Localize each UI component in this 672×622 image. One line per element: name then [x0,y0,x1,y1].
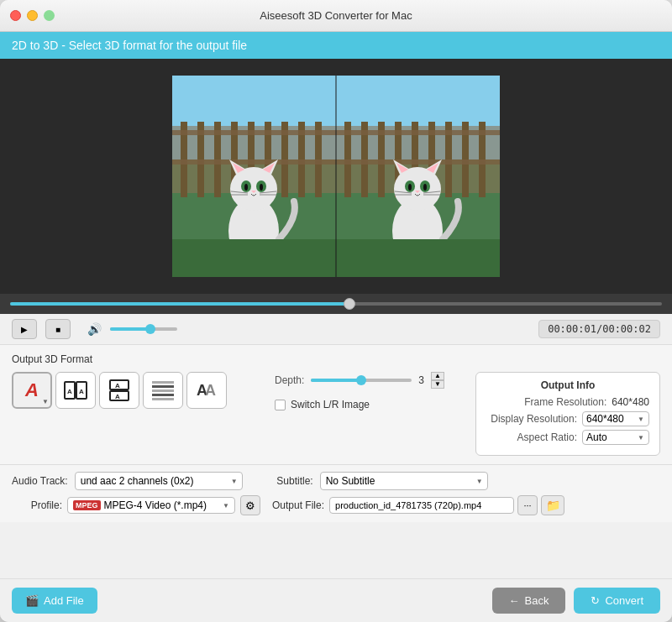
seek-fill [10,302,349,306]
bottom-fields: Audio Track: und aac 2 channels (0x2) Su… [0,464,672,522]
svg-rect-72 [152,385,174,388]
audio-track-row: Audio Track: und aac 2 channels (0x2) Su… [12,472,660,490]
close-button[interactable] [10,10,21,21]
aspect-ratio-select[interactable]: Auto 4:3 16:9 [582,430,649,445]
action-bar: 🎬 Add File ← Back ↻ Convert [0,578,672,622]
output-info-title: Output Info [486,379,649,391]
add-file-icon: 🎬 [25,594,39,607]
aspect-ratio-label: Aspect Ratio: [517,431,577,443]
svg-text:A: A [67,388,72,395]
format-icons-row: A ▼ A A [12,372,227,409]
main-window: Aiseesoft 3D Converter for Mac 2D to 3D … [0,0,672,622]
play-button[interactable]: ▶ [12,319,37,339]
volume-icon: 🔊 [87,322,102,336]
svg-rect-15 [172,159,336,165]
depth-spinner[interactable]: ▲ ▼ [431,372,444,389]
display-resolution-select[interactable]: 640*480 1280*720 1920*1080 [582,411,649,426]
display-resolution-wrapper: 640*480 1280*720 1920*1080 [582,411,649,426]
depth-track[interactable] [311,379,412,382]
svg-text:A: A [205,382,216,399]
frame-resolution-label: Frame Resolution: [524,396,606,408]
depth-row: Depth: 3 ▲ ▼ [275,372,444,389]
back-button[interactable]: ← Back [492,588,566,614]
subtitle-wrapper: No Subtitle [320,472,488,490]
format-section-label: Output 3D Format [12,353,660,365]
svg-rect-45 [336,159,500,165]
window-title: Aiseesoft 3D Converter for Mac [260,9,412,22]
audio-track-select[interactable]: und aac 2 channels (0x2) [75,472,243,490]
format-left-col: A ▼ A A [12,372,227,409]
profile-value: MPEG-4 Video (*.mp4) [104,499,207,511]
profile-settings-btn[interactable]: ⚙ [240,495,260,515]
svg-point-24 [244,184,248,191]
depth-fill [311,379,361,382]
volume-track[interactable] [110,327,177,331]
profile-label: Profile: [12,499,62,511]
output-file-ellipsis-btn[interactable]: ··· [517,495,538,515]
column-interleaved-icon: A A [194,379,219,402]
column-interleaved-btn[interactable]: A A [186,372,227,409]
display-resolution-row: Display Resolution: 640*480 1280*720 192… [486,411,649,426]
depth-value: 3 [418,374,424,386]
depth-up-btn[interactable]: ▲ [431,372,444,380]
frame-resolution-value: 640*480 [612,396,649,408]
side-by-side-icon: A A [63,379,88,402]
right-buttons: ← Back ↻ Convert [492,588,660,614]
output-file-folder-btn[interactable]: 📁 [541,495,564,515]
side-by-side-btn[interactable]: A A [55,372,96,409]
output-file-label: Output File: [272,499,324,511]
stop-button[interactable]: ■ [45,319,71,339]
convert-icon: ↻ [591,594,600,607]
depth-switch-col: Depth: 3 ▲ ▼ Switch L/R Image [275,372,444,410]
subtitle-select[interactable]: No Subtitle [320,472,488,490]
time-display: 00:00:01/00:00:02 [538,320,660,338]
add-file-label: Add File [44,594,84,607]
display-resolution-label: Display Resolution: [491,413,577,425]
audio-track-wrapper: und aac 2 channels (0x2) [75,472,243,490]
video-preview [172,76,500,277]
svg-rect-61 [336,239,500,277]
interleaved-icon [150,379,176,402]
switch-lr-label: Switch L/R Image [291,399,370,410]
format-depth-area: A ▼ A A [12,372,660,456]
back-icon: ← [509,594,520,607]
svg-rect-44 [336,130,500,135]
switch-lr-row: Switch L/R Image [275,399,444,410]
back-label: Back [525,594,549,607]
svg-rect-14 [172,130,336,135]
format-section: Output 3D Format A ▼ A A [0,345,672,464]
interleaved-btn[interactable] [143,372,183,409]
profile-dropdown-arrow: ▼ [223,502,229,510]
anaglyph-icon: A [25,379,39,401]
top-bottom-icon: A A [107,379,132,402]
svg-rect-31 [172,239,336,277]
aspect-ratio-row: Aspect Ratio: Auto 4:3 16:9 [486,430,649,445]
output-info-box: Output Info Frame Resolution: 640*480 Di… [475,372,660,456]
depth-thumb[interactable] [356,375,366,385]
maximize-button[interactable] [44,10,55,21]
output-file-value: production_id_4781735 (720p).mp4 [329,497,514,514]
anaglyph-dropdown-arrow: ▼ [42,398,49,405]
svg-point-54 [408,184,412,191]
video-area [0,59,672,294]
profile-row: Profile: MPEG MPEG-4 Video (*.mp4) ▼ ⚙ O… [12,495,660,515]
seek-track[interactable] [10,302,662,306]
svg-point-55 [423,184,427,191]
convert-label: Convert [605,594,643,607]
title-bar: Aiseesoft 3D Converter for Mac [0,0,672,32]
convert-button[interactable]: ↻ Convert [574,588,660,614]
svg-point-25 [260,184,263,191]
depth-down-btn[interactable]: ▼ [431,380,444,389]
aspect-ratio-wrapper: Auto 4:3 16:9 [582,430,649,445]
svg-rect-73 [152,389,174,392]
add-file-button[interactable]: 🎬 Add File [12,588,97,614]
anaglyph-btn[interactable]: A ▼ [12,372,52,409]
seek-thumb[interactable] [344,298,355,310]
volume-thumb[interactable] [145,324,155,334]
minimize-button[interactable] [27,10,38,21]
svg-text:A: A [115,393,120,400]
svg-rect-71 [152,381,174,384]
switch-lr-checkbox[interactable] [275,400,286,410]
subtitle-label: Subtitle: [263,475,313,487]
top-bottom-btn[interactable]: A A [99,372,139,409]
